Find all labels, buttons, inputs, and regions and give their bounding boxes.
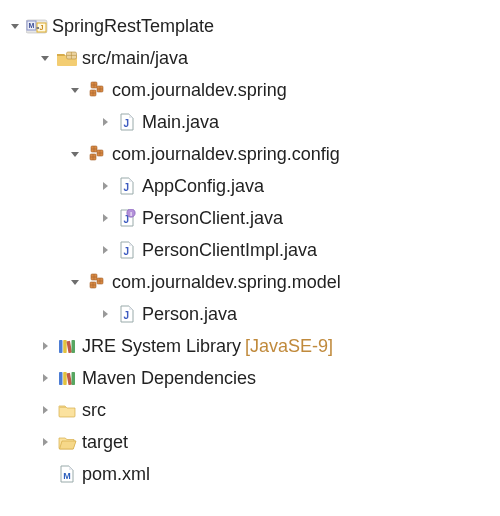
tree-item-java-interface-file[interactable]: PersonClient.java	[0, 202, 500, 234]
package-label: com.journaldev.spring.model	[112, 272, 341, 292]
arrow-placeholder	[36, 465, 54, 483]
library-label: JRE System Library	[82, 336, 241, 356]
java-file-icon	[116, 304, 138, 324]
tree-item-java-file[interactable]: AppConfig.java	[0, 170, 500, 202]
expand-toggle-icon[interactable]	[6, 17, 24, 35]
library-icon	[56, 336, 78, 356]
file-label: pom.xml	[82, 464, 150, 484]
package-label: com.journaldev.spring.config	[112, 144, 340, 164]
project-explorer-tree: SpringRestTemplate src/main/java com.jou…	[0, 10, 500, 490]
project-name-label: SpringRestTemplate	[52, 16, 214, 36]
package-icon	[86, 144, 108, 164]
expand-toggle-icon[interactable]	[36, 49, 54, 67]
expand-toggle-icon[interactable]	[96, 209, 114, 227]
folder-label: target	[82, 432, 128, 452]
source-folder-icon	[56, 48, 78, 68]
library-qualifier: [JavaSE-9]	[245, 336, 333, 356]
tree-item-jre-library[interactable]: JRE System Library [JavaSE-9]	[0, 330, 500, 362]
file-label: Person.java	[142, 304, 237, 324]
folder-icon	[56, 400, 78, 420]
java-file-icon	[116, 240, 138, 260]
library-label: Maven Dependencies	[82, 368, 256, 388]
library-icon	[56, 368, 78, 388]
source-folder-label: src/main/java	[82, 48, 188, 68]
package-icon	[86, 272, 108, 292]
expand-toggle-icon[interactable]	[36, 369, 54, 387]
folder-open-icon	[56, 432, 78, 452]
tree-item-pom-file[interactable]: pom.xml	[0, 458, 500, 490]
expand-toggle-icon[interactable]	[36, 337, 54, 355]
maven-pom-file-icon	[56, 464, 78, 484]
tree-item-java-file[interactable]: Main.java	[0, 106, 500, 138]
expand-toggle-icon[interactable]	[96, 305, 114, 323]
maven-java-project-icon	[26, 16, 48, 36]
expand-toggle-icon[interactable]	[66, 145, 84, 163]
java-interface-file-icon	[116, 208, 138, 228]
tree-item-java-file[interactable]: PersonClientImpl.java	[0, 234, 500, 266]
tree-item-package-spring-config[interactable]: com.journaldev.spring.config	[0, 138, 500, 170]
tree-item-folder-target[interactable]: target	[0, 426, 500, 458]
tree-item-maven-dependencies[interactable]: Maven Dependencies	[0, 362, 500, 394]
package-icon	[86, 80, 108, 100]
tree-item-package-spring[interactable]: com.journaldev.spring	[0, 74, 500, 106]
tree-item-java-file[interactable]: Person.java	[0, 298, 500, 330]
tree-item-source-folder[interactable]: src/main/java	[0, 42, 500, 74]
java-file-icon	[116, 176, 138, 196]
file-label: PersonClient.java	[142, 208, 283, 228]
folder-label: src	[82, 400, 106, 420]
tree-item-folder-src[interactable]: src	[0, 394, 500, 426]
file-label: AppConfig.java	[142, 176, 264, 196]
expand-toggle-icon[interactable]	[66, 273, 84, 291]
expand-toggle-icon[interactable]	[36, 401, 54, 419]
tree-item-package-spring-model[interactable]: com.journaldev.spring.model	[0, 266, 500, 298]
expand-toggle-icon[interactable]	[36, 433, 54, 451]
file-label: Main.java	[142, 112, 219, 132]
java-file-icon	[116, 112, 138, 132]
file-label: PersonClientImpl.java	[142, 240, 317, 260]
expand-toggle-icon[interactable]	[66, 81, 84, 99]
package-label: com.journaldev.spring	[112, 80, 287, 100]
tree-item-project[interactable]: SpringRestTemplate	[0, 10, 500, 42]
expand-toggle-icon[interactable]	[96, 241, 114, 259]
expand-toggle-icon[interactable]	[96, 113, 114, 131]
expand-toggle-icon[interactable]	[96, 177, 114, 195]
